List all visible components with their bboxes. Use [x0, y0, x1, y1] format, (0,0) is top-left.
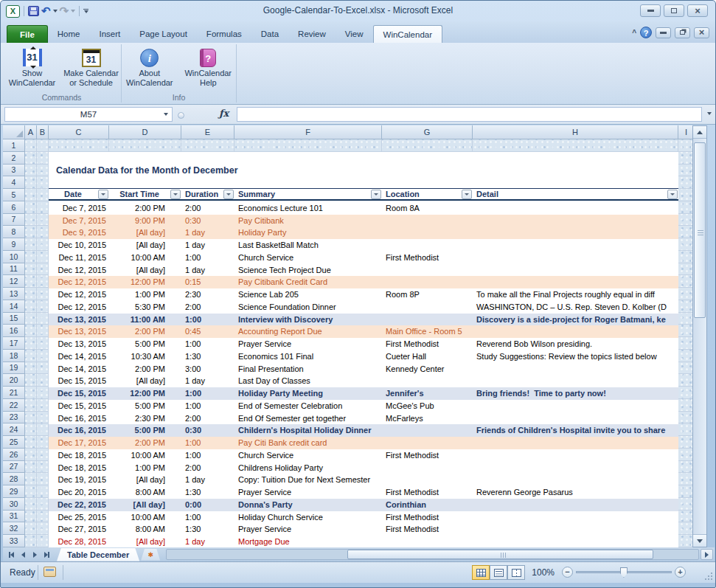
column-header-D[interactable]: D [109, 125, 181, 139]
cell-dur[interactable]: 1 day [181, 264, 234, 277]
table-row[interactable]: Dec 13, 20155:00 PM1:00Prayer ServiceFir… [49, 338, 678, 350]
cell-date[interactable]: Dec 20, 2015 [49, 486, 109, 499]
table-row[interactable]: Dec 19, 2015[All day]1 dayCopy: Tuition … [49, 474, 678, 486]
cell-date[interactable]: Dec 15, 2015 [49, 400, 109, 412]
row-header-21[interactable]: 21 [3, 387, 25, 399]
cell-date[interactable]: Dec 25, 2015 [49, 511, 109, 524]
cell-loc[interactable] [382, 424, 473, 437]
cell-loc[interactable] [382, 536, 473, 547]
cell-summary[interactable]: Childrens Holiday Party [234, 462, 382, 474]
cell-dur[interactable]: 1:30 [181, 523, 234, 536]
cell-dur[interactable]: 0:30 [181, 424, 234, 437]
previous-sheet-button[interactable] [18, 549, 29, 560]
cell-dur[interactable]: 1:00 [181, 511, 234, 524]
table-row[interactable]: Dec 13, 201511:00 AM1:00Interview with D… [49, 314, 678, 326]
row-header-14[interactable]: 14 [3, 300, 25, 313]
cell-date[interactable]: Dec 27, 2015 [49, 523, 109, 536]
cell-detail[interactable] [473, 412, 678, 425]
resize-grip[interactable] [703, 570, 712, 580]
help-icon[interactable]: ? [640, 27, 652, 38]
cell-start[interactable]: [All day] [109, 536, 181, 547]
cell-detail[interactable] [473, 437, 678, 449]
cell-detail[interactable]: Friends of Children's Hospital invite yo… [473, 424, 678, 437]
cell-date[interactable]: Dec 11, 2015 [49, 252, 109, 264]
cell-start[interactable]: 10:00 AM [109, 511, 181, 524]
cell-loc[interactable]: Corinthian [382, 499, 473, 511]
cell-dur[interactable]: 1:00 [181, 387, 234, 400]
row-header-9[interactable]: 9 [3, 238, 25, 251]
cell-date[interactable]: Dec 10, 2015 [49, 239, 109, 252]
make-calendar-button[interactable]: 31 Make Calendaror Schedule [63, 46, 119, 91]
row-header-32[interactable]: 32 [3, 522, 25, 535]
cell-date[interactable]: Dec 16, 2015 [49, 412, 109, 425]
cell-detail[interactable]: Study Suggestions: Review the topics lis… [473, 350, 678, 363]
row-header-33[interactable]: 33 [3, 535, 25, 547]
cell-start[interactable]: 9:00 PM [109, 215, 181, 227]
cell-detail[interactable]: To make all the Final Projects roughly e… [473, 288, 678, 301]
cell-dur[interactable]: 1 day [181, 536, 234, 547]
title-bar[interactable]: X ↶ ↷ Google-Calendar-To-Excel.xlsx - Mi… [1, 1, 715, 21]
cell-date[interactable]: Dec 18, 2015 [49, 462, 109, 474]
cell-summary[interactable]: Science Lab 205 [234, 288, 382, 301]
row-header-6[interactable]: 6 [3, 201, 25, 214]
row-header-15[interactable]: 15 [3, 313, 25, 325]
cell-dur[interactable]: 1:00 [181, 252, 234, 264]
table-row[interactable]: Dec 7, 20159:00 PM0:30Pay Citibank [49, 215, 678, 227]
cell-start[interactable]: 2:00 PM [109, 437, 181, 449]
cell-dur[interactable]: 2:00 [181, 462, 234, 474]
cell-start[interactable]: 2:30 PM [109, 412, 181, 425]
row-header-10[interactable]: 10 [3, 251, 25, 263]
cell-loc[interactable] [382, 375, 473, 387]
cell-start[interactable]: 2:00 PM [109, 202, 181, 215]
wincalendar-help-button[interactable]: ? WinCalendarHelp [181, 46, 237, 91]
row-header-20[interactable]: 20 [3, 374, 25, 387]
row-header-2[interactable]: 2 [3, 152, 25, 165]
formula-input[interactable] [237, 107, 702, 122]
collapse-ribbon-icon[interactable]: ^ [632, 29, 636, 37]
table-row[interactable]: Dec 18, 201510:00 AM1:00Church ServiceFi… [49, 449, 678, 462]
zoom-slider-thumb[interactable] [620, 567, 628, 578]
cell-loc[interactable] [382, 264, 473, 277]
filter-button-location[interactable] [462, 190, 472, 199]
cell-start[interactable]: 1:00 PM [109, 288, 181, 301]
cell-summary[interactable]: Holiday Party [234, 226, 382, 239]
row-header-11[interactable]: 11 [3, 263, 25, 276]
cell-loc[interactable]: Room 8A [382, 202, 473, 215]
row-header-17[interactable]: 17 [3, 337, 25, 350]
vertical-scroll-thumb[interactable] [694, 142, 706, 318]
column-header-B[interactable]: B [37, 125, 49, 139]
cell-start[interactable]: 12:00 PM [109, 276, 181, 288]
insert-function-icon[interactable]: ƒx [219, 108, 229, 119]
cell-detail[interactable] [473, 363, 678, 376]
table-row[interactable]: Dec 28, 2015[All day]1 dayMortgage Due [49, 536, 678, 547]
row-header-5[interactable]: 5 [3, 189, 25, 201]
workbook-minimize-button[interactable] [656, 27, 671, 38]
cell-detail[interactable] [473, 202, 678, 215]
cell-loc[interactable]: First Methodist [382, 449, 473, 462]
cell-date[interactable]: Dec 14, 2015 [49, 363, 109, 376]
cell-summary[interactable]: Science Foundation Dinner [234, 301, 382, 314]
cell-detail[interactable] [473, 276, 678, 288]
first-sheet-button[interactable] [6, 549, 17, 560]
table-row[interactable]: Dec 20, 20158:00 AM1:30Prayer ServiceFir… [49, 486, 678, 499]
cell-date[interactable]: Dec 19, 2015 [49, 474, 109, 486]
table-row[interactable]: Dec 16, 20155:00 PM0:30Childern's Hospit… [49, 424, 678, 437]
show-wincalendar-button[interactable]: 31 ShowWinCalendar [4, 46, 60, 91]
cell-detail[interactable]: Discovery is a side-project for Roger Ba… [473, 314, 678, 326]
cell-summary[interactable]: Holiday Church Service [234, 511, 382, 524]
cell-date[interactable]: Dec 15, 2015 [49, 375, 109, 387]
row-header-26[interactable]: 26 [3, 449, 25, 461]
table-row[interactable]: Dec 27, 20158:00 AM1:30Prayer ServiceFir… [49, 523, 678, 536]
cell-start[interactable]: [All day] [109, 239, 181, 252]
close-button[interactable]: × [687, 4, 708, 17]
cell-dur[interactable]: 0:45 [181, 325, 234, 338]
cell-loc[interactable] [382, 301, 473, 314]
ribbon-tab-data[interactable]: Data [251, 25, 288, 43]
cell-summary[interactable]: Final Presentation [234, 363, 382, 376]
cell-loc[interactable] [382, 437, 473, 449]
cell-summary[interactable]: Church Service [234, 449, 382, 462]
cell-loc[interactable]: Jennifer's [382, 387, 473, 400]
cell-dur[interactable]: 1:00 [181, 437, 234, 449]
row-header-22[interactable]: 22 [3, 399, 25, 412]
cell-dur[interactable]: 0:00 [181, 499, 234, 511]
